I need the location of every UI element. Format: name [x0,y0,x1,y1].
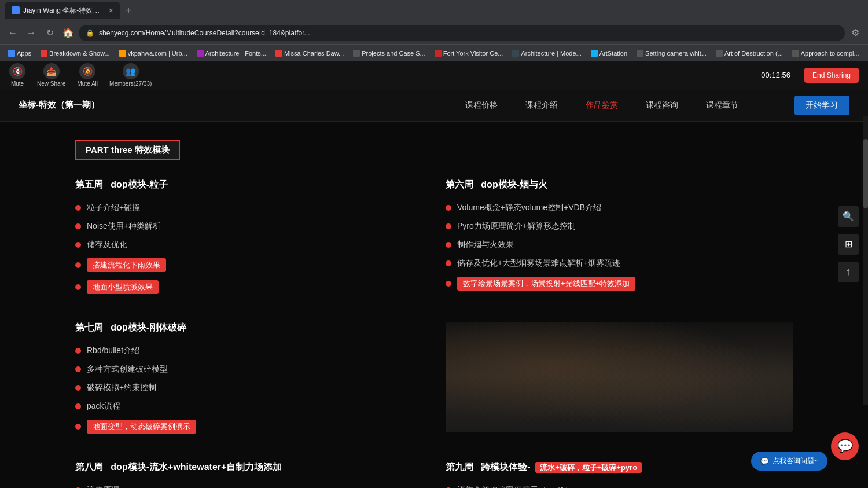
week9-items: 流体合并破碎案例演示（part1） [446,485,793,488]
grid-side-button[interactable]: ⊞ [838,234,859,255]
site-logo: 坐标-特效（第一期） [19,100,100,111]
week9-topic-tag: 流水+破碎，粒子+破碎+pyro [535,462,642,473]
browser-tabs: Jiayin Wang 坐标-特效（第一期）× + × + [0,0,868,21]
browser-chrome: Jiayin Wang 坐标-特效（第一期）× + × + ← → ↻ 🏠 🔒 … [0,0,868,61]
list-item: 流体合并破碎案例演示（part1） [446,485,793,488]
item-text: 粒子介绍+碰撞 [87,203,140,213]
scrollbar-track [863,116,868,405]
scrollbar-thumb[interactable] [863,139,868,208]
share-control[interactable]: 📤 New Share [37,63,65,87]
nav-link-price[interactable]: 课程价格 [465,100,498,111]
week7-row: 第七周 dop模块-刚体破碎 Rbd/bullet介绍 多种方式创建破碎模型 破… [75,322,793,434]
tab-favicon [12,6,20,14]
bookmark-label: Breakdown & Show... [49,50,110,57]
mute-label: Mute [11,80,24,87]
extensions-button[interactable]: ⚙ [847,25,863,41]
mute-control[interactable]: 🔇 Mute [9,63,25,87]
home-button[interactable]: 🏠 [60,25,76,41]
week7-title: 第七周 dop模块-刚体破碎 [75,322,422,334]
bookmark-camera[interactable]: Setting camera whit... [633,49,710,58]
bullet-dot [75,385,81,391]
list-item: 地面小型喷溅效果 [75,280,422,294]
item-text: Noise使用+种类解析 [87,221,161,232]
week6-title: 第六周 dop模块-烟与火 [446,179,793,191]
new-tab-button[interactable]: + [120,2,137,19]
week6-items: Volume概念+静态volume控制+VDB介绍 Pyro力场原理简介+解算形… [446,203,793,291]
main-content: PART three 特效模块 第五周 dop模块-粒子 粒子介绍+碰撞 Noi… [29,122,839,488]
week5-title: 第五周 dop模块-粒子 [75,179,422,191]
tab-close-button[interactable]: × [109,6,113,15]
bookmark-missa[interactable]: Missa Charles Daw... [272,49,347,58]
address-bar[interactable]: 🔒 shenyecg.com/Home/MultitudeCourseDetai… [79,25,845,41]
list-item: 储存及优化 [75,240,422,250]
bookmark-other[interactable]: ▸ Other bookmarks [865,48,868,58]
bookmark-fortyork[interactable]: Fort York Visitor Ce... [431,49,507,58]
chat-button[interactable]: 💬 [831,432,859,460]
search-side-button[interactable]: 🔍 [838,206,859,227]
week9-section: 第九周 跨模块体验- 流水+破碎，粒子+破碎+pyro 流体合并破碎案例演示（p… [446,461,793,488]
bullet-dot [75,223,81,229]
bookmark-approach[interactable]: Approach to compl... [789,49,863,58]
consult-button[interactable]: 💬 点我咨询问题~ [751,452,827,471]
week5-section: 第五周 dop模块-粒子 粒子介绍+碰撞 Noise使用+种类解析 储存及优化 [75,179,422,294]
week6-section: 第六周 dop模块-烟与火 Volume概念+静态volume控制+VDB介绍 … [446,179,793,294]
browser-tab-active[interactable]: Jiayin Wang 坐标-特效（第一期）× + × [5,2,120,19]
muteall-control[interactable]: 🔕 Mute All [77,63,98,87]
reload-button[interactable]: ↻ [42,25,58,41]
start-learning-button[interactable]: 开始学习 [794,96,849,115]
week8-label: 第八周 [75,462,108,472]
members-icon: 👥 [123,63,139,79]
bookmark-label: Architecture - Fonts... [205,50,266,57]
item-tag: 地面小型喷溅效果 [87,280,159,294]
bookmark-projects[interactable]: Projects and Case S... [350,49,428,58]
week7-preview-image [446,322,793,432]
week8-items: 流体原理 [75,485,422,488]
artstation-icon [591,50,598,57]
bullet-dot [446,260,451,266]
bookmark-arch-model[interactable]: Architecture | Mode... [509,49,584,58]
forward-button[interactable]: → [23,25,39,41]
consult-label: 点我咨询问题~ [773,456,818,466]
bookmark-architecture-fonts[interactable]: Architecture - Fonts... [193,49,270,58]
bullet-dot [75,348,81,354]
week9-topic: 跨模块体验- [481,462,530,472]
bookmark-vkpahwa[interactable]: vkpahwa.com | Urb... [116,49,191,58]
lock-icon: 🔒 [86,29,94,37]
end-sharing-button[interactable]: End Sharing [804,68,859,83]
list-item: 地面变型，动态破碎案例演示 [75,420,422,434]
nav-link-consult[interactable]: 课程咨询 [646,100,678,111]
mute-icon: 🔇 [9,63,25,79]
item-text: 多种方式创建破碎模型 [87,364,168,375]
bullet-dot [75,284,81,290]
bookmark-breakdown[interactable]: Breakdown & Show... [37,49,113,58]
week8-section: 第八周 dop模块-流水+whitewater+自制力场添加 流体原理 [75,461,422,488]
item-text: 储存及优化+大型烟雾场景难点解析+烟雾疏迹 [457,258,620,269]
bookmark-apps[interactable]: Apps [5,49,35,58]
item-tag: 地面变型，动态破碎案例演示 [87,420,196,434]
bullet-dot [446,242,451,248]
bookmark-artdestruction[interactable]: Art of Destruction (... [712,49,786,58]
week5-label: 第五周 [75,179,108,189]
week8-title: 第八周 dop模块-流水+whitewater+自制力场添加 [75,461,422,474]
item-text: Volume概念+静态volume控制+VDB介绍 [457,203,601,213]
back-button[interactable]: ← [5,25,21,41]
bullet-dot [446,223,451,229]
list-item: pack流程 [75,401,422,412]
vkpahwa-icon [119,50,126,57]
list-item: 储存及优化+大型烟雾场景难点解析+烟雾疏迹 [446,258,793,269]
item-text: 破碎模拟+约束控制 [87,383,156,393]
nav-link-works[interactable]: 作品鉴赏 [586,100,618,111]
bookmark-artstation[interactable]: ArtStation [587,49,631,58]
list-item: Pyro力场原理简介+解算形态控制 [446,221,793,232]
nav-link-chapters[interactable]: 课程章节 [706,100,738,111]
approach-icon [792,50,799,57]
week7-topic: dop模块-刚体破碎 [111,322,186,332]
members-control[interactable]: 👥 Members(27/33) [109,63,152,87]
item-text: 流体原理 [87,485,119,488]
item-text: 储存及优化 [87,240,127,250]
top-side-button[interactable]: ↑ [838,262,859,282]
tab-title: Jiayin Wang 坐标-特效（第一期）× + [23,6,105,16]
bookmark-label: Apps [17,50,31,57]
nav-link-intro[interactable]: 课程介绍 [525,100,558,111]
muteall-icon: 🔕 [79,63,95,79]
